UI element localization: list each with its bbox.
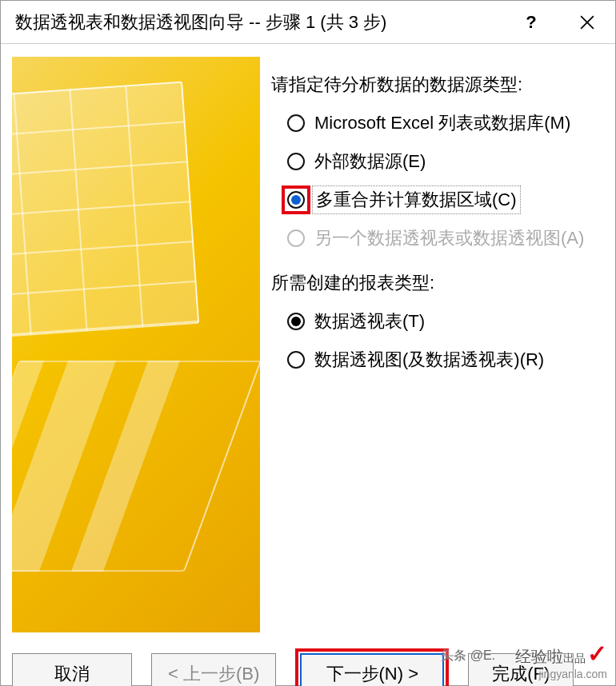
watermark-brand: 经验啦 bbox=[515, 648, 563, 665]
watermark-suffix: 出品 bbox=[563, 652, 586, 664]
option-label: 另一个数据透视表或数据透视图(A) bbox=[314, 226, 584, 250]
option-label: 数据透视表(T) bbox=[314, 309, 425, 333]
radio-icon bbox=[287, 313, 305, 330]
radio-icon bbox=[287, 351, 305, 369]
wizard-illustration bbox=[12, 57, 260, 632]
report-type-label: 所需创建的报表类型: bbox=[271, 271, 599, 295]
radio-icon bbox=[287, 114, 305, 132]
back-button[interactable]: < 上一步(B) bbox=[151, 653, 276, 686]
option-excel-list[interactable]: Microsoft Excel 列表或数据库(M) bbox=[287, 111, 599, 135]
option-multiple-consolidation[interactable]: 多重合并计算数据区域(C) bbox=[287, 188, 599, 212]
radio-icon bbox=[287, 229, 305, 247]
checkmark-icon: ✓ bbox=[587, 640, 607, 667]
next-button[interactable]: 下一步(N) > bbox=[300, 653, 444, 686]
close-button[interactable] bbox=[559, 1, 615, 44]
option-pivot-table[interactable]: 数据透视表(T) bbox=[287, 309, 599, 333]
option-label: 外部数据源(E) bbox=[314, 150, 426, 173]
pivot-wizard-dialog: 数据透视表和数据透视图向导 -- 步骤 1 (共 3 步) ? 请指定待分析数据… bbox=[0, 0, 616, 686]
highlight-box: 下一步(N) > bbox=[295, 648, 449, 686]
option-label: 多重合并计算数据区域(C) bbox=[314, 188, 518, 212]
option-label: 数据透视图(及数据透视表)(R) bbox=[314, 348, 544, 372]
watermark-domain: jingyanla.com bbox=[515, 668, 607, 680]
help-button[interactable]: ? bbox=[503, 1, 559, 44]
cancel-button[interactable]: 取消 bbox=[12, 653, 132, 686]
dialog-title: 数据透视表和数据透视图向导 -- 步骤 1 (共 3 步) bbox=[15, 10, 503, 34]
dialog-content: 请指定待分析数据的数据源类型: Microsoft Excel 列表或数据库(M… bbox=[266, 57, 604, 632]
option-label: Microsoft Excel 列表或数据库(M) bbox=[314, 111, 570, 135]
titlebar: 数据透视表和数据透视图向导 -- 步骤 1 (共 3 步) ? bbox=[1, 1, 615, 44]
option-external-source[interactable]: 外部数据源(E) bbox=[287, 150, 599, 173]
attribution-text: 头条 @E. bbox=[441, 648, 495, 664]
radio-icon bbox=[287, 191, 305, 209]
data-source-options: Microsoft Excel 列表或数据库(M) 外部数据源(E) 多重合并计… bbox=[271, 111, 599, 250]
watermark: 经验啦出品✓ jingyanla.com bbox=[515, 640, 607, 680]
option-pivot-chart[interactable]: 数据透视图(及数据透视表)(R) bbox=[287, 348, 599, 372]
dialog-body: 请指定待分析数据的数据源类型: Microsoft Excel 列表或数据库(M… bbox=[1, 44, 615, 640]
data-source-label: 请指定待分析数据的数据源类型: bbox=[271, 73, 599, 97]
report-type-options: 数据透视表(T) 数据透视图(及数据透视表)(R) bbox=[271, 309, 599, 372]
close-icon bbox=[580, 15, 594, 30]
highlight-box bbox=[282, 185, 310, 214]
option-another-pivot: 另一个数据透视表或数据透视图(A) bbox=[287, 226, 599, 250]
radio-icon bbox=[287, 153, 305, 170]
